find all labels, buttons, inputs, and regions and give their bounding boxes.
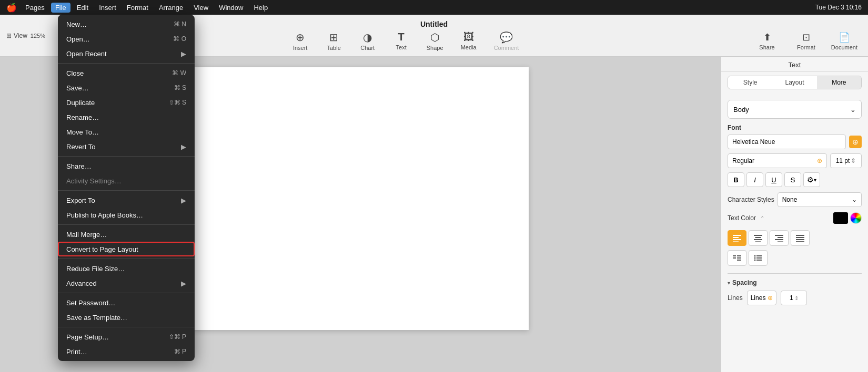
- font-style-field[interactable]: Regular ⊕: [728, 153, 827, 168]
- text-color-chevron-icon: ⌃: [760, 215, 764, 221]
- menubar-help[interactable]: Help: [249, 3, 272, 13]
- menu-duplicate[interactable]: Duplicate ⇧⌘ S: [58, 95, 195, 110]
- menu-open-recent[interactable]: Open Recent ▶: [58, 46, 195, 61]
- font-name-field[interactable]: Helvetica Neue: [728, 135, 846, 149]
- menubar-insert[interactable]: Insert: [95, 3, 120, 13]
- menu-print[interactable]: Print… ⌘ P: [58, 344, 195, 359]
- menu-share[interactable]: Share…: [58, 159, 195, 173]
- svg-rect-5: [755, 237, 761, 238]
- menubar-arrange[interactable]: Arrange: [155, 3, 187, 13]
- align-left-button[interactable]: [728, 230, 746, 246]
- svg-rect-24: [756, 257, 762, 259]
- menu-new-shortcut: ⌘ N: [174, 20, 186, 28]
- menu-save-shortcut: ⌘ S: [174, 84, 186, 91]
- body-style-dropdown[interactable]: Body ⌄: [728, 100, 862, 119]
- char-styles-value: None: [782, 196, 798, 203]
- underline-button[interactable]: U: [765, 172, 782, 187]
- format-button[interactable]: ⊡ Format: [797, 32, 815, 50]
- menubar-file[interactable]: File: [51, 3, 70, 13]
- align-left-icon: [733, 234, 741, 242]
- svg-rect-9: [778, 237, 783, 238]
- document-label: Document: [831, 44, 857, 50]
- align-center-button[interactable]: [749, 230, 768, 246]
- menu-page-setup[interactable]: Page Setup… ⇧⌘ P: [58, 329, 195, 344]
- apple-icon[interactable]: 🍎: [6, 3, 17, 13]
- svg-rect-22: [756, 255, 762, 256]
- format-icon: ⊡: [802, 32, 810, 43]
- tab-layout[interactable]: Layout: [772, 76, 816, 89]
- menu-set-password[interactable]: Set Password…: [58, 295, 195, 310]
- menu-divider-1: [58, 63, 195, 64]
- strikethrough-button[interactable]: S: [784, 172, 801, 187]
- menu-save-label: Save…: [66, 84, 89, 92]
- menu-save-as-template[interactable]: Save as Template…: [58, 310, 195, 325]
- menubar-edit[interactable]: Edit: [73, 3, 93, 13]
- menu-reduce-file-size[interactable]: Reduce File Size…: [58, 261, 195, 276]
- panel-style-tabs: Style Layout More: [728, 76, 862, 89]
- tool-text[interactable]: T Text: [386, 29, 417, 53]
- share-button[interactable]: ⬆ Share: [754, 32, 780, 50]
- menu-divider-7: [58, 327, 195, 327]
- menu-export-to[interactable]: Export To ▶: [58, 193, 195, 208]
- spacing-stepper-icon: ⇕: [794, 295, 799, 301]
- color-picker-button[interactable]: [850, 212, 862, 224]
- svg-rect-10: [775, 239, 783, 240]
- menu-revert-to[interactable]: Revert To ▶: [58, 139, 195, 154]
- spacing-label: Lines: [728, 294, 743, 302]
- menu-open-shortcut: ⌘ O: [173, 35, 186, 43]
- menu-save[interactable]: Save… ⌘ S: [58, 80, 195, 95]
- font-options-button[interactable]: ⊕: [849, 136, 862, 148]
- tab-more[interactable]: More: [817, 76, 861, 89]
- menu-convert-label: Convert to Page Layout: [66, 245, 138, 253]
- tool-shape[interactable]: ⬡ Shape: [419, 29, 451, 53]
- tool-chart[interactable]: ◑ Chart: [352, 29, 383, 53]
- char-styles-dropdown[interactable]: None ⌄: [778, 192, 862, 207]
- svg-rect-1: [733, 237, 739, 238]
- tab-style[interactable]: Style: [728, 76, 772, 89]
- bold-button[interactable]: B: [728, 172, 744, 187]
- document-button[interactable]: 📄 Document: [831, 32, 857, 50]
- menu-advanced[interactable]: Advanced ▶: [58, 276, 195, 291]
- align-justify-button[interactable]: [791, 230, 810, 246]
- menu-move-to[interactable]: Move To…: [58, 125, 195, 139]
- char-styles-label: Character Styles: [728, 196, 774, 203]
- panel-section-title: Text: [721, 57, 868, 71]
- tool-table[interactable]: ⊞ Table: [318, 29, 350, 53]
- text-options-button[interactable]: ⚙ ▾: [803, 172, 820, 187]
- share-label: Share: [759, 44, 774, 50]
- spacing-type-dropdown[interactable]: Lines ⊕: [747, 291, 777, 305]
- spacing-value-field[interactable]: 1 ⇕: [781, 291, 807, 305]
- menu-rename[interactable]: Rename…: [58, 110, 195, 125]
- menu-mail-merge[interactable]: Mail Merge…: [58, 227, 195, 242]
- menu-export-to-arrow: ▶: [181, 197, 186, 204]
- list-bullet-button[interactable]: [749, 250, 768, 266]
- menu-open[interactable]: Open… ⌘ O: [58, 32, 195, 46]
- tool-comment[interactable]: 💬 Comment: [487, 29, 527, 53]
- list-indent-button[interactable]: [728, 250, 746, 266]
- media-label: Media: [461, 44, 477, 50]
- menubar-view[interactable]: View: [189, 3, 213, 13]
- table-label: Table: [327, 45, 341, 51]
- view-toggle[interactable]: ⊞ View: [6, 32, 27, 39]
- menu-duplicate-label: Duplicate: [66, 99, 95, 107]
- tool-insert[interactable]: ⊕ Insert: [285, 29, 316, 53]
- align-right-button[interactable]: [770, 230, 789, 246]
- font-size-field[interactable]: 11 pt ⇕: [830, 153, 862, 168]
- menu-new[interactable]: New… ⌘ N: [58, 17, 195, 32]
- svg-rect-11: [778, 241, 783, 242]
- svg-rect-3: [733, 241, 739, 242]
- menu-convert-to-page-layout[interactable]: Convert to Page Layout: [58, 242, 195, 256]
- menubar-window[interactable]: Window: [215, 3, 247, 13]
- text-color-swatch[interactable]: [833, 212, 848, 224]
- text-color-label: Text Color: [728, 214, 756, 222]
- spacing-header: ▾ Spacing: [728, 279, 862, 286]
- italic-button[interactable]: I: [746, 172, 763, 187]
- svg-rect-2: [733, 239, 741, 240]
- menu-export-to-label: Export To: [66, 197, 95, 204]
- tool-media[interactable]: 🖼 Media: [453, 29, 485, 53]
- zoom-label[interactable]: 125%: [31, 33, 45, 39]
- menu-close[interactable]: Close ⌘ W: [58, 66, 195, 80]
- menu-publish-apple-books[interactable]: Publish to Apple Books…: [58, 208, 195, 222]
- menubar-format[interactable]: Format: [123, 3, 153, 13]
- menubar-pages[interactable]: Pages: [21, 3, 49, 13]
